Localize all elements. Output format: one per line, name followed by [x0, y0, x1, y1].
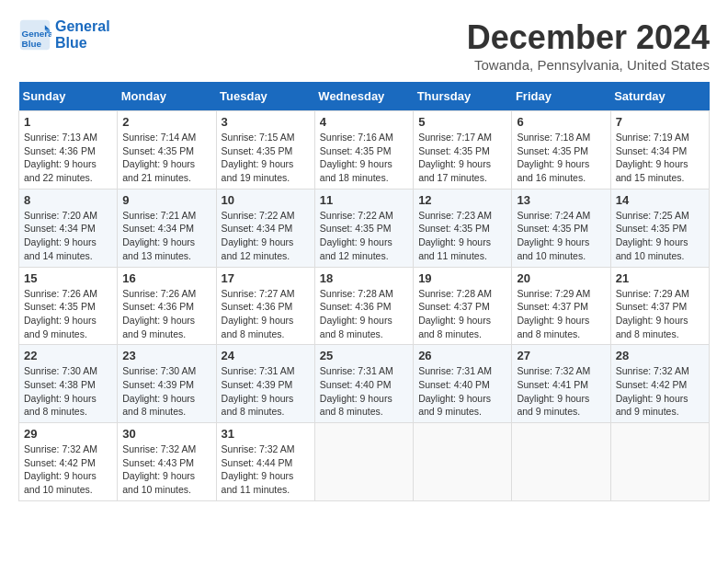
calendar-cell: 11 Sunrise: 7:22 AMSunset: 4:35 PMDaylig…: [314, 189, 413, 267]
day-number: 27: [517, 349, 605, 362]
calendar-cell: 6 Sunrise: 7:18 AMSunset: 4:35 PMDayligh…: [512, 111, 610, 190]
cell-info: Sunrise: 7:19 AMSunset: 4:34 PMDaylight:…: [616, 132, 689, 183]
calendar-cell: 21 Sunrise: 7:29 AMSunset: 4:37 PMDaylig…: [610, 267, 709, 345]
calendar-cell: 10 Sunrise: 7:22 AMSunset: 4:34 PMDaylig…: [216, 189, 314, 267]
cell-info: Sunrise: 7:28 AMSunset: 4:36 PMDaylight:…: [320, 288, 393, 339]
cell-info: Sunrise: 7:13 AMSunset: 4:36 PMDaylight:…: [24, 132, 97, 183]
cell-info: Sunrise: 7:26 AMSunset: 4:35 PMDaylight:…: [24, 288, 97, 339]
day-number: 30: [122, 427, 210, 441]
calendar-cell: 1 Sunrise: 7:13 AMSunset: 4:36 PMDayligh…: [19, 111, 118, 190]
calendar-cell: 3 Sunrise: 7:15 AMSunset: 4:35 PMDayligh…: [216, 111, 314, 190]
weekday-header-tuesday: Tuesday: [216, 82, 314, 111]
day-number: 3: [222, 115, 310, 129]
calendar-cell: 8 Sunrise: 7:20 AMSunset: 4:34 PMDayligh…: [19, 189, 118, 267]
cell-info: Sunrise: 7:20 AMSunset: 4:34 PMDaylight:…: [24, 210, 97, 261]
calendar-cell: [512, 423, 610, 501]
cell-info: Sunrise: 7:32 AMSunset: 4:43 PMDaylight:…: [122, 443, 196, 495]
day-number: 5: [418, 115, 506, 129]
calendar-cell: 13 Sunrise: 7:24 AMSunset: 4:35 PMDaylig…: [512, 189, 610, 267]
day-number: 19: [418, 271, 506, 285]
cell-info: Sunrise: 7:24 AMSunset: 4:35 PMDaylight:…: [517, 210, 590, 261]
location: Towanda, Pennsylvania, United States: [467, 57, 710, 73]
weekday-header-monday: Monday: [118, 82, 216, 111]
cell-info: Sunrise: 7:28 AMSunset: 4:37 PMDaylight:…: [418, 288, 492, 339]
day-number: 12: [418, 193, 506, 207]
cell-info: Sunrise: 7:26 AMSunset: 4:36 PMDaylight:…: [122, 288, 196, 339]
day-number: 2: [122, 115, 210, 129]
cell-info: Sunrise: 7:17 AMSunset: 4:35 PMDaylight:…: [418, 132, 492, 183]
calendar-cell: [314, 423, 413, 501]
cell-info: Sunrise: 7:29 AMSunset: 4:37 PMDaylight:…: [616, 288, 689, 339]
calendar-cell: 7 Sunrise: 7:19 AMSunset: 4:34 PMDayligh…: [610, 111, 709, 190]
week-row-3: 15 Sunrise: 7:26 AMSunset: 4:35 PMDaylig…: [19, 267, 710, 345]
calendar-cell: 20 Sunrise: 7:29 AMSunset: 4:37 PMDaylig…: [512, 267, 610, 345]
day-number: 20: [517, 271, 605, 285]
cell-info: Sunrise: 7:31 AMSunset: 4:39 PMDaylight:…: [222, 365, 295, 417]
calendar-cell: 17 Sunrise: 7:27 AMSunset: 4:36 PMDaylig…: [216, 267, 314, 345]
calendar-cell: 2 Sunrise: 7:14 AMSunset: 4:35 PMDayligh…: [118, 111, 216, 190]
day-number: 8: [24, 193, 112, 207]
day-number: 4: [320, 115, 408, 129]
day-number: 11: [320, 193, 408, 207]
calendar-cell: 25 Sunrise: 7:31 AMSunset: 4:40 PMDaylig…: [314, 345, 413, 423]
calendar-cell: 16 Sunrise: 7:26 AMSunset: 4:36 PMDaylig…: [118, 267, 216, 345]
calendar-cell: 23 Sunrise: 7:30 AMSunset: 4:39 PMDaylig…: [118, 345, 216, 423]
day-number: 25: [320, 349, 408, 362]
logo-blue: Blue: [55, 35, 110, 52]
weekday-header-sunday: Sunday: [19, 82, 118, 111]
logo-general: General: [55, 18, 110, 35]
cell-info: Sunrise: 7:30 AMSunset: 4:39 PMDaylight:…: [122, 365, 196, 417]
day-number: 21: [616, 271, 704, 285]
calendar-table: SundayMondayTuesdayWednesdayThursdayFrid…: [18, 82, 710, 501]
day-number: 13: [517, 193, 605, 207]
week-row-1: 1 Sunrise: 7:13 AMSunset: 4:36 PMDayligh…: [19, 111, 710, 190]
calendar-cell: 24 Sunrise: 7:31 AMSunset: 4:39 PMDaylig…: [216, 345, 314, 423]
calendar-cell: 15 Sunrise: 7:26 AMSunset: 4:35 PMDaylig…: [19, 267, 118, 345]
weekday-header-wednesday: Wednesday: [314, 82, 413, 111]
cell-info: Sunrise: 7:14 AMSunset: 4:35 PMDaylight:…: [122, 132, 196, 183]
svg-text:Blue: Blue: [22, 39, 42, 49]
cell-info: Sunrise: 7:23 AMSunset: 4:35 PMDaylight:…: [418, 210, 492, 261]
cell-info: Sunrise: 7:18 AMSunset: 4:35 PMDaylight:…: [517, 132, 590, 183]
day-number: 29: [24, 427, 112, 441]
calendar-cell: 9 Sunrise: 7:21 AMSunset: 4:34 PMDayligh…: [118, 189, 216, 267]
cell-info: Sunrise: 7:32 AMSunset: 4:42 PMDaylight:…: [24, 443, 97, 495]
calendar-cell: 14 Sunrise: 7:25 AMSunset: 4:35 PMDaylig…: [610, 189, 709, 267]
cell-info: Sunrise: 7:31 AMSunset: 4:40 PMDaylight:…: [320, 365, 393, 417]
calendar-cell: [414, 423, 512, 501]
day-number: 24: [222, 349, 310, 362]
calendar-cell: 5 Sunrise: 7:17 AMSunset: 4:35 PMDayligh…: [414, 111, 512, 190]
cell-info: Sunrise: 7:32 AMSunset: 4:44 PMDaylight:…: [222, 443, 295, 495]
calendar-cell: 27 Sunrise: 7:32 AMSunset: 4:41 PMDaylig…: [512, 345, 610, 423]
title-block: December 2024 Towanda, Pennsylvania, Uni…: [467, 18, 710, 73]
cell-info: Sunrise: 7:32 AMSunset: 4:42 PMDaylight:…: [616, 365, 689, 417]
day-number: 7: [616, 115, 704, 129]
day-number: 26: [418, 349, 506, 362]
day-number: 28: [616, 349, 704, 362]
page-header: General Blue General Blue December 2024 …: [18, 18, 710, 73]
cell-info: Sunrise: 7:15 AMSunset: 4:35 PMDaylight:…: [222, 132, 295, 183]
month-title: December 2024: [467, 18, 710, 57]
week-row-2: 8 Sunrise: 7:20 AMSunset: 4:34 PMDayligh…: [19, 189, 710, 267]
weekday-header-friday: Friday: [512, 82, 610, 111]
calendar-cell: 22 Sunrise: 7:30 AMSunset: 4:38 PMDaylig…: [19, 345, 118, 423]
calendar-cell: 18 Sunrise: 7:28 AMSunset: 4:36 PMDaylig…: [314, 267, 413, 345]
day-number: 23: [122, 349, 210, 362]
weekday-header-saturday: Saturday: [610, 82, 709, 111]
day-number: 1: [24, 115, 112, 129]
day-number: 10: [222, 193, 310, 207]
cell-info: Sunrise: 7:27 AMSunset: 4:36 PMDaylight:…: [222, 288, 295, 339]
calendar-cell: 19 Sunrise: 7:28 AMSunset: 4:37 PMDaylig…: [414, 267, 512, 345]
cell-info: Sunrise: 7:16 AMSunset: 4:35 PMDaylight:…: [320, 132, 393, 183]
cell-info: Sunrise: 7:21 AMSunset: 4:34 PMDaylight:…: [122, 210, 196, 261]
cell-info: Sunrise: 7:32 AMSunset: 4:41 PMDaylight:…: [517, 365, 590, 417]
cell-info: Sunrise: 7:25 AMSunset: 4:35 PMDaylight:…: [616, 210, 689, 261]
calendar-cell: 30 Sunrise: 7:32 AMSunset: 4:43 PMDaylig…: [118, 423, 216, 501]
day-number: 17: [222, 271, 310, 285]
calendar-cell: 4 Sunrise: 7:16 AMSunset: 4:35 PMDayligh…: [314, 111, 413, 190]
cell-info: Sunrise: 7:31 AMSunset: 4:40 PMDaylight:…: [418, 365, 492, 417]
calendar-cell: 28 Sunrise: 7:32 AMSunset: 4:42 PMDaylig…: [610, 345, 709, 423]
weekday-header-row: SundayMondayTuesdayWednesdayThursdayFrid…: [19, 82, 710, 111]
cell-info: Sunrise: 7:22 AMSunset: 4:34 PMDaylight:…: [222, 210, 295, 261]
calendar-cell: 12 Sunrise: 7:23 AMSunset: 4:35 PMDaylig…: [414, 189, 512, 267]
